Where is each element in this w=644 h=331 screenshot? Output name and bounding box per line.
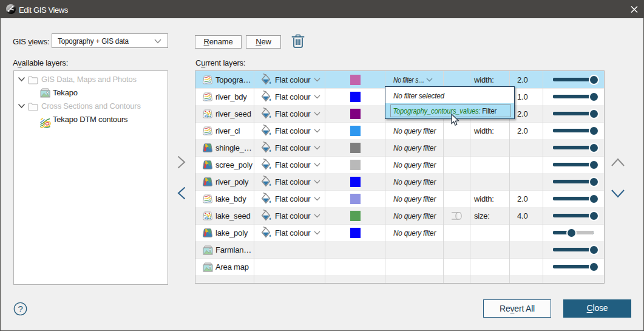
svg-text:?: ?	[18, 304, 22, 314]
